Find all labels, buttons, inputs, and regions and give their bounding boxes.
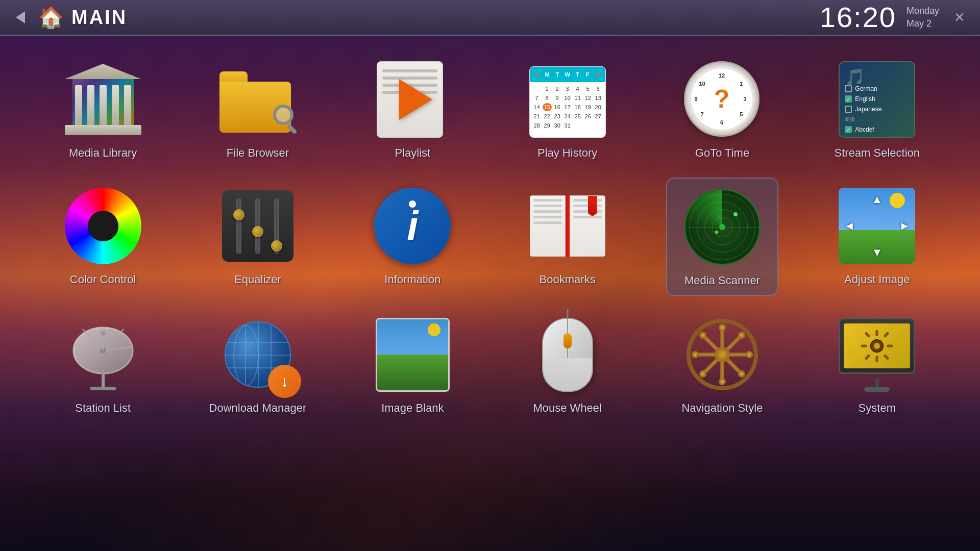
- close-button[interactable]: ✕: [949, 7, 970, 28]
- header-left: 🏠 MAIN: [10, 5, 127, 30]
- svg-point-10: [101, 331, 106, 336]
- grid-row-3: Station List ↓ Download Mana: [31, 306, 949, 422]
- download-manager-label: Download Manager: [209, 402, 307, 415]
- navigation-style-icon: [681, 314, 763, 395]
- grid-item-system[interactable]: System: [821, 306, 933, 422]
- grid-item-mouse-wheel[interactable]: Mouse Wheel: [511, 306, 624, 422]
- date-label: May 2: [906, 17, 932, 30]
- information-icon: i: [372, 185, 453, 267]
- playlist-icon: [372, 59, 453, 140]
- grid-item-file-browser[interactable]: File Browser: [202, 51, 314, 167]
- media-scanner-icon: [681, 186, 763, 268]
- navigation-style-label: Navigation Style: [681, 402, 763, 415]
- system-label: System: [859, 402, 896, 415]
- goto-time-icon: 12 1 3 5 6 7 9 10 ?: [681, 59, 763, 140]
- day-label: Monday: [906, 5, 939, 17]
- media-scanner-label: Media Scanner: [684, 274, 760, 287]
- bookmarks-label: Bookmarks: [540, 273, 596, 286]
- page-title: MAIN: [71, 7, 127, 29]
- grid-item-stream-selection[interactable]: 🎵 German ✓ English: [821, 51, 933, 167]
- equalizer-icon: [217, 185, 299, 267]
- goto-time-label: GoTo Time: [695, 146, 749, 160]
- svg-rect-16: [887, 344, 893, 347]
- grid-item-media-scanner[interactable]: Media Scanner: [666, 178, 778, 296]
- grid-item-information[interactable]: i Information: [356, 178, 469, 296]
- svg-rect-7: [102, 370, 105, 388]
- grid-item-station-list[interactable]: Station List: [47, 306, 159, 422]
- play-history-icon: S M T W T F S 123 456 789: [527, 59, 608, 140]
- image-blank-label: Image Blank: [381, 402, 444, 415]
- stream-selection-label: Stream Selection: [835, 146, 920, 160]
- adjust-image-icon: ◄ ► ▲ ▼: [836, 185, 918, 267]
- grid-item-play-history[interactable]: S M T W T F S 123 456 789: [511, 51, 624, 167]
- svg-rect-14: [876, 356, 878, 362]
- svg-rect-20: [883, 354, 889, 360]
- stream-selection-icon: 🎵 German ✓ English: [836, 59, 918, 140]
- adjust-image-label: Adjust Image: [844, 273, 910, 286]
- svg-rect-13: [876, 330, 878, 336]
- system-icon: [836, 314, 918, 395]
- home-icon: 🏠: [38, 5, 64, 30]
- clock-display: 16:20: [820, 3, 896, 32]
- grid-item-equalizer[interactable]: Equalizer: [202, 178, 314, 296]
- file-browser-icon: [217, 59, 299, 140]
- grid-item-color-control[interactable]: Color Control: [47, 178, 159, 296]
- grid-item-image-blank[interactable]: Image Blank: [356, 306, 469, 422]
- media-library-label: Media Library: [69, 146, 137, 160]
- mouse-wheel-label: Mouse Wheel: [533, 402, 602, 415]
- grid-item-navigation-style[interactable]: Navigation Style: [666, 306, 778, 422]
- svg-rect-17: [865, 331, 871, 337]
- color-control-label: Color Control: [70, 273, 136, 286]
- bookmarks-icon: [527, 185, 608, 267]
- download-manager-icon: ↓: [217, 314, 299, 395]
- equalizer-label: Equalizer: [234, 273, 281, 286]
- grid-item-media-library[interactable]: Media Library: [47, 51, 159, 167]
- grid-row-2: Color Control: [31, 178, 949, 296]
- grid-item-bookmarks[interactable]: Bookmarks: [511, 178, 624, 296]
- svg-point-12: [874, 342, 880, 348]
- house-icon: 🏠: [38, 6, 64, 30]
- svg-rect-19: [865, 354, 871, 360]
- grid-item-goto-time[interactable]: 12 1 3 5 6 7 9 10 ?: [666, 51, 778, 167]
- media-library-icon: [62, 59, 144, 140]
- play-history-label: Play History: [537, 146, 597, 160]
- playlist-label: Playlist: [395, 146, 430, 160]
- file-browser-label: File Browser: [227, 146, 289, 160]
- grid-row-1: Media Library File Browser: [31, 51, 949, 167]
- header: 🏠 MAIN 16:20 Monday May 2 ✕: [0, 0, 980, 36]
- color-control-icon: [62, 185, 144, 267]
- app-grid: Media Library File Browser: [0, 36, 980, 438]
- information-label: Information: [384, 273, 440, 286]
- mouse-wheel-icon: [527, 314, 608, 395]
- grid-item-download-manager[interactable]: ↓ Download Manager: [202, 306, 314, 422]
- svg-rect-15: [861, 344, 867, 347]
- back-button[interactable]: [10, 7, 31, 28]
- grid-item-playlist[interactable]: Playlist: [356, 51, 469, 167]
- image-blank-icon: [372, 314, 453, 395]
- station-list-icon: [62, 314, 144, 395]
- back-arrow-icon: [16, 11, 25, 23]
- svg-rect-18: [883, 331, 889, 337]
- date-display: Monday May 2: [906, 5, 939, 30]
- station-list-label: Station List: [75, 402, 131, 415]
- header-right: 16:20 Monday May 2 ✕: [820, 3, 970, 32]
- svg-rect-8: [90, 387, 116, 390]
- grid-item-adjust-image[interactable]: ◄ ► ▲ ▼ Adjust Image: [821, 178, 933, 296]
